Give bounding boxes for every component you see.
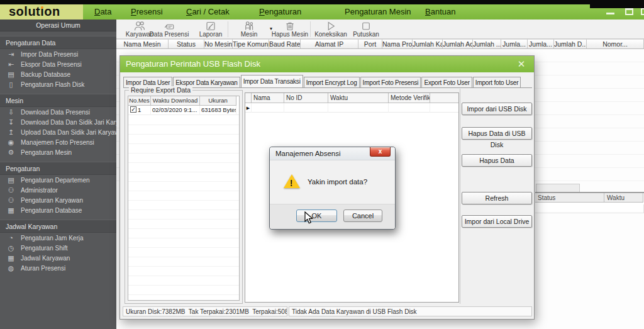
sidebar-item-pengaturan-shift[interactable]: ◷Pengaturan Shift xyxy=(0,243,116,253)
sidebar-item-download-data-presensi[interactable]: ⇩Download Data Presensi xyxy=(0,107,116,117)
col-metode-verifikasi[interactable]: Metode Verifikasi xyxy=(389,93,430,103)
export-icon: ⇤ xyxy=(6,60,16,69)
col-jumlah-d[interactable]: Jumlah D... xyxy=(554,39,587,49)
sidebar-item-impor-data-presensi[interactable]: ⇥Impor Data Presensi xyxy=(0,49,116,59)
usb-data-status: Tidak Ada Data Karyawan di USB Flash Dis… xyxy=(289,306,532,316)
col-nama-mesin[interactable]: Nama Mesin xyxy=(116,39,169,49)
sidebar-item-ekspor-data-presensi[interactable]: ⇤Ekspor Data Presensi xyxy=(0,59,116,69)
menu-pengaturan[interactable]: Pengaturan xyxy=(259,4,301,20)
refresh-button[interactable]: Refresh xyxy=(462,192,532,204)
sidebar-item-jadwal-karyawan[interactable]: ▦Jadwal Karyawan xyxy=(0,253,116,263)
close-icon[interactable]: ✕ xyxy=(515,56,528,72)
empty-rows xyxy=(128,116,239,300)
menu-data[interactable]: Data xyxy=(94,4,111,20)
close-window-icon[interactable] xyxy=(641,8,644,15)
toolbar-data-presensi-button[interactable]: Data Presensi xyxy=(147,20,191,38)
sidebar-item-aturan-presensi[interactable]: ◍Aturan Presensi xyxy=(0,263,116,273)
sidebar-item-pengaturan-jam-kerja[interactable]: ◔Pengaturan Jam Kerja xyxy=(0,233,116,243)
toolbar-laporan-button[interactable]: Laporan xyxy=(191,20,231,38)
col-no-id[interactable]: No ID xyxy=(284,93,328,103)
msgbox-content: ! Yakin import data? xyxy=(270,160,395,204)
col-status[interactable]: Status xyxy=(169,39,204,49)
col-jumla-1[interactable]: Jumla... xyxy=(501,39,528,49)
calendar-icon: ▦ xyxy=(6,254,16,262)
sidebar-item-pengaturan-departemen[interactable]: ▤Pengaturan Departemen xyxy=(0,175,116,185)
empty-row xyxy=(535,204,644,213)
sidebar-item-pengaturan-database[interactable]: ▦Pengaturan Database xyxy=(0,205,116,215)
database-icon: ▦ xyxy=(6,206,16,215)
col-alamat-ip[interactable]: Alamat IP xyxy=(301,39,358,49)
people-icon xyxy=(134,21,145,31)
hapus-data-button[interactable]: Hapus Data xyxy=(462,154,532,167)
toolbar-koneksikan-button[interactable]: Koneksikan xyxy=(311,20,350,38)
sidebar-item-upload-sidik-jari[interactable]: ↥Upload Data Dan Sidik Jari Karyawan xyxy=(0,127,116,137)
col-bg-status[interactable]: Status xyxy=(535,193,604,203)
menu-presensi[interactable]: Presensi xyxy=(131,4,163,20)
toolbar-hapus-mesin-button[interactable]: Hapus Mesin xyxy=(271,20,309,38)
play-icon xyxy=(325,21,336,31)
tab-import-foto-presensi[interactable]: Import Foto Presensi xyxy=(360,77,421,88)
dialog-title: Pengaturan Perintah USB Flash Disk xyxy=(126,59,260,69)
col-jumla-2[interactable]: Jumla... xyxy=(528,39,554,49)
col-no-mes[interactable]: No.Mes xyxy=(128,96,151,106)
col-nama-pro[interactable]: Nama Pro... xyxy=(382,39,413,49)
minimize-icon[interactable] xyxy=(606,13,614,14)
sidebar-item-download-sidik-jari[interactable]: ↧Download Data Dan Sidik Jari Karyawan xyxy=(0,117,116,127)
menu-bantuan[interactable]: Bantuan xyxy=(425,4,455,20)
menu-cari-cetak[interactable]: Cari / Cetak xyxy=(186,4,230,20)
msgbox-close-icon[interactable]: x xyxy=(370,147,391,157)
tab-export-foto-user[interactable]: Export Foto User xyxy=(421,77,472,88)
sidebar-item-pengaturan-flash-disk[interactable]: ▯Pengaturan Flash Disk xyxy=(0,79,116,89)
background-tab[interactable] xyxy=(536,184,580,192)
disk-usage-status: Ukuran Disk:7382MB Tak Terpakai:2301MB T… xyxy=(123,306,287,316)
cancel-button[interactable]: Cancel xyxy=(343,209,382,222)
download-icon: ⇩ xyxy=(6,108,16,116)
menu-pengaturan-mesin[interactable]: Pengaturan Mesin xyxy=(345,4,411,20)
col-no-mesin[interactable]: No Mesin xyxy=(204,39,233,49)
ok-button[interactable]: OK xyxy=(296,209,337,222)
hapus-data-di-usb-disk-button[interactable]: Hapus Data di USB Disk xyxy=(462,127,532,140)
sidebar-item-pengaturan-mesin[interactable]: ⚙Pengaturan Mesin xyxy=(0,147,116,157)
msgbox-message: Yakin import data? xyxy=(308,178,367,186)
sidebar-item-administrator[interactable]: ⚇Administrator xyxy=(0,185,116,195)
impor-dari-usb-disk-button[interactable]: Impor dari USB Disk xyxy=(462,103,532,115)
col-bg-waktu[interactable]: Waktu xyxy=(604,193,643,203)
col-jumlah-ad[interactable]: Jumlah Ad... xyxy=(443,39,473,49)
upload-fingerprint-icon: ↥ xyxy=(6,128,16,137)
tab-import-foto-user[interactable]: Import foto User xyxy=(473,77,521,88)
impor-dari-local-drive-button[interactable]: Impor dari Local Drive xyxy=(462,215,532,228)
status-waktu-table: StatusWaktu xyxy=(535,192,644,211)
confirm-import-msgbox: Manajemen Absensi x ! Yakin import data?… xyxy=(269,147,396,230)
sidebar-item-manajemen-foto-presensi[interactable]: ◉Manajemen Foto Presensi xyxy=(0,137,116,147)
col-jumlah[interactable]: Jumlah ... xyxy=(473,39,501,49)
tab-import-encrypt-log[interactable]: Import Encrypt Log xyxy=(304,77,360,88)
col-ukuran[interactable]: Ukuran xyxy=(200,96,236,106)
tab-impor-data-transaksi[interactable]: Impor Data Transaksi xyxy=(241,75,303,88)
rules-icon: ◍ xyxy=(6,264,16,272)
app-logo: solutıon xyxy=(0,4,83,20)
maximize-icon[interactable] xyxy=(625,8,633,15)
sidebar-item-backup-database[interactable]: ▤Backup Database xyxy=(0,69,116,79)
cell-waktu-download: 02/03/2020 9:1... xyxy=(151,106,200,115)
col-port[interactable]: Port xyxy=(358,39,382,49)
gear-icon: ⚙ xyxy=(6,148,16,157)
col-waktu-download[interactable]: Waktu Download xyxy=(151,96,200,106)
sidebar-item-pengaturan-karyawan[interactable]: ⚇Pengaturan Karyawan xyxy=(0,195,116,205)
dialog-titlebar[interactable]: Pengaturan Perintah USB Flash Disk ✕ xyxy=(120,56,534,72)
attendance-device-icon xyxy=(164,21,175,31)
groupbox-label: Require Export Data xyxy=(129,86,192,94)
usb-files-table: No.Mes Waktu Download Ukuran ✓1 02/03/20… xyxy=(128,96,240,301)
col-nomor[interactable]: Nomor... xyxy=(587,39,644,49)
col-baud-rate[interactable]: Baud Rate xyxy=(269,39,301,49)
shift-clock-icon: ◷ xyxy=(6,244,16,252)
row-checkbox[interactable]: ✓ xyxy=(130,106,136,113)
toolbar-putuskan-button[interactable]: Putuskan xyxy=(348,20,384,38)
col-nama[interactable]: Nama xyxy=(252,93,284,103)
transaction-empty-row[interactable]: ▶ xyxy=(245,103,458,113)
col-jumlah-ka[interactable]: Jumlah Ka... xyxy=(413,39,443,49)
col-waktu[interactable]: Waktu xyxy=(328,93,389,103)
usb-file-row[interactable]: ✓1 02/03/2020 9:1... 631683 Bytes xyxy=(128,106,239,115)
backup-icon: ▤ xyxy=(6,70,16,79)
col-tipe-komunikasi[interactable]: Tipe Komuni... xyxy=(233,39,269,49)
toolbar-mesin-button[interactable]: Mesin xyxy=(230,20,268,38)
